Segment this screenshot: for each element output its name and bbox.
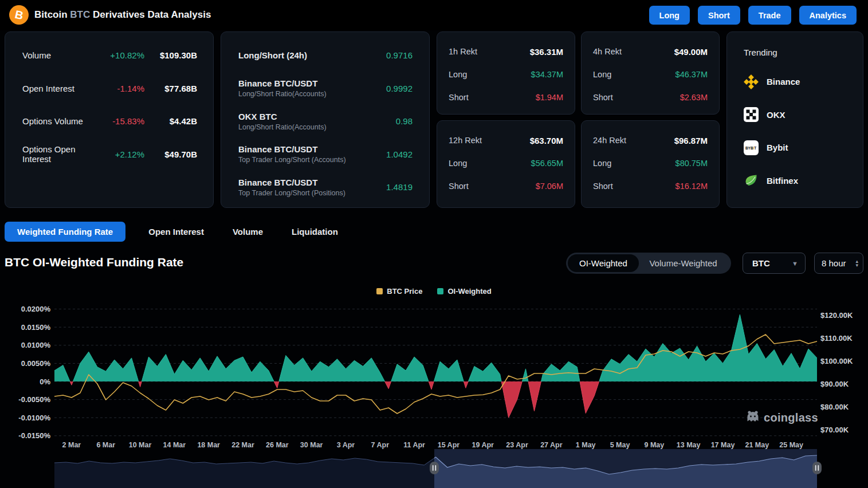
svg-text:7 Apr: 7 Apr [371,441,390,449]
interval-select[interactable]: 8 hour ▴▾ [814,253,863,274]
svg-text:5 May: 5 May [610,441,630,449]
svg-text:2 Mar: 2 Mar [62,441,81,449]
tab-liquidation[interactable]: Liquidation [286,222,344,242]
trending-item-bybit[interactable]: BYBIT Bybit [744,131,851,164]
long-button[interactable]: Long [649,6,690,25]
change-value: +10.82% [96,50,144,60]
svg-text:19 Apr: 19 Apr [472,441,494,449]
app-header: B Bitcoin BTC Derivatives Data Analysis … [0,0,868,30]
svg-text:$100.00K: $100.00K [820,357,853,365]
ratio-row: Binance BTC/USDT Top Trader Long/Short (… [238,171,413,204]
svg-text:0%: 0% [40,377,50,386]
svg-text:25 May: 25 May [779,441,803,449]
legend-swatch [376,288,383,294]
legend-swatch [437,288,443,294]
svg-text:21 May: 21 May [745,441,769,449]
long-short-ratios-card: Long/Short (24h) 0.9716 Binance BTC/USDT… [221,32,430,208]
market-stats-card: Volume +10.82% $109.30B Open Interest -1… [5,32,214,208]
rekt-card-1h: 1h Rekt $36.31M Long $34.37M Short $1.94… [437,32,575,115]
coinglass-logo-icon [746,410,760,425]
change-value: -1.14% [96,84,144,93]
svg-text:18 Mar: 18 Mar [197,441,220,449]
stat-row-volume: Volume +10.82% $109.30B [22,39,197,72]
svg-text:0.0050%: 0.0050% [21,359,51,368]
trending-item-bitfinex[interactable]: Bitfinex [744,164,851,198]
nav-handle-right[interactable] [812,462,822,474]
svg-text:0.0100%: 0.0100% [21,341,51,349]
svg-text:$120.00K: $120.00K [820,311,853,320]
binance-icon [744,74,759,89]
coinglass-watermark: coinglass [746,410,818,425]
bitfinex-icon [744,173,759,188]
svg-text:$110.00K: $110.00K [820,334,853,343]
trending-item-okx[interactable]: OKX [744,99,851,132]
derivatives-dashboard: B Bitcoin BTC Derivatives Data Analysis … [0,0,868,488]
svg-text:-0.0150%: -0.0150% [18,431,50,440]
tab-open-interest[interactable]: Open Interest [143,222,210,242]
chart-navigator[interactable] [0,449,868,488]
svg-text:BYBIT: BYBIT [745,146,756,150]
svg-text:-0.0050%: -0.0050% [18,395,50,404]
chart-title: BTC OI-Weighted Funding Rate [5,255,183,269]
ratio-row: Binance BTC/USDT Top Trader Long/Short (… [238,138,413,171]
trade-button[interactable]: Trade [748,6,791,25]
svg-text:15 Apr: 15 Apr [438,441,460,449]
svg-text:0.0200%: 0.0200% [21,305,51,313]
svg-text:0.0150%: 0.0150% [21,323,51,332]
stat-row-open-interest: Open Interest -1.14% $77.68B [22,72,197,105]
chevron-down-icon: ▼ [792,260,798,267]
svg-text:14 Mar: 14 Mar [163,441,186,449]
header-actions: Long Short Trade Analytics [649,6,857,25]
svg-text:3 Apr: 3 Apr [337,441,355,449]
trending-title: Trending [744,39,851,65]
change-value: -15.83% [96,116,144,126]
stat-row-options-volume: Options Volume -15.83% $4.42B [22,105,197,138]
trending-item-binance[interactable]: Binance [744,65,851,99]
svg-text:-0.0100%: -0.0100% [18,414,50,422]
ratio-row: OKX BTC Long/Short Ratio(Accounts) 0.98 [238,105,413,138]
weighting-toggle: OI-Weighted Volume-Weighted [566,253,731,274]
svg-text:1 May: 1 May [576,441,596,449]
svg-text:23 Apr: 23 Apr [506,441,528,449]
page-title: Bitcoin BTC Derivatives Data Analysis [34,9,211,21]
tab-weighted-funding-rate[interactable]: Weighted Funding Rate [5,222,125,242]
chart-tabs: Weighted Funding Rate Open Interest Volu… [5,222,344,242]
legend-btc-price[interactable]: BTC Price [376,287,422,296]
svg-text:17 May: 17 May [711,441,735,449]
legend-oi-weighted[interactable]: OI-Weighted [437,287,491,296]
rekt-card-12h: 12h Rekt $63.70M Long $56.65M Short $7.0… [437,120,575,208]
svg-text:30 Mar: 30 Mar [300,441,323,449]
coin-select[interactable]: BTC ▼ [743,253,806,274]
tab-volume[interactable]: Volume [227,222,269,242]
stat-row-options-open-interest: Options Open Interest +2.12% $49.70B [22,138,197,171]
ratio-row: Binance BTC/USDT Long/Short Ratio(Accoun… [238,72,413,105]
bitcoin-icon: B [9,5,29,25]
svg-text:$90.00K: $90.00K [820,380,849,388]
analytics-button[interactable]: Analytics [799,6,857,25]
ratio-row: Long/Short (24h) 0.9716 [238,39,413,72]
svg-text:$80.00K: $80.00K [820,403,849,411]
spinner-icon: ▴▾ [855,259,858,267]
svg-text:27 Apr: 27 Apr [540,441,563,449]
change-value: +2.12% [96,149,144,159]
svg-text:26 Mar: 26 Mar [266,441,289,449]
rekt-card-24h: 24h Rekt $96.87M Long $80.75M Short $16.… [581,120,720,208]
chart-legend: BTC Price OI-Weighted [0,287,868,296]
toggle-oi-weighted[interactable]: OI-Weighted [568,254,639,272]
svg-text:13 May: 13 May [677,441,701,449]
rekt-card-4h: 4h Rekt $49.00M Long $46.37M Short $2.63… [581,32,720,115]
trending-card: Trending Binance [726,32,863,208]
funding-rate-chart: 0.0200%0.0150%0.0100%0.0050%0%-0.0050%-0… [0,301,868,452]
svg-text:11 Apr: 11 Apr [403,441,425,449]
svg-text:$70.00K: $70.00K [820,426,849,434]
svg-text:22 Mar: 22 Mar [231,441,254,449]
bybit-icon: BYBIT [744,140,759,155]
short-button[interactable]: Short [698,6,740,25]
okx-icon [744,107,759,122]
svg-text:9 May: 9 May [644,441,664,449]
toggle-volume-weighted[interactable]: Volume-Weighted [639,258,728,268]
svg-text:10 Mar: 10 Mar [129,441,152,449]
svg-text:6 Mar: 6 Mar [96,441,115,449]
nav-handle-left[interactable] [430,462,439,474]
